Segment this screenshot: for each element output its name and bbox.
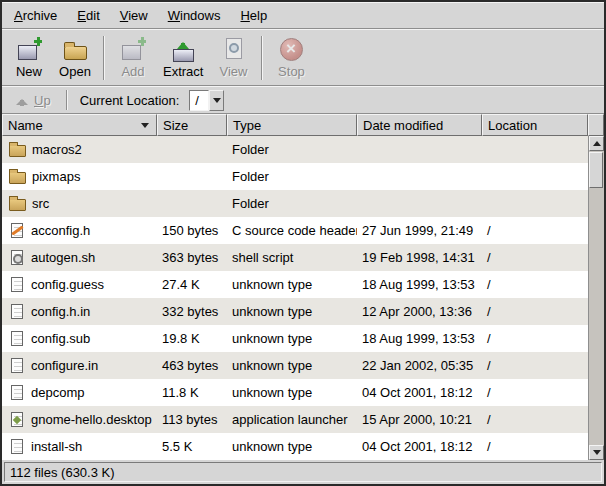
file-location: / <box>482 331 588 346</box>
file-type: Folder <box>227 142 357 157</box>
file-type: Folder <box>227 169 357 184</box>
view-button[interactable]: View <box>210 33 256 82</box>
new-button[interactable]: New <box>6 33 52 82</box>
column-header-name[interactable]: Name <box>2 114 157 136</box>
scrollbar-trough[interactable] <box>589 151 604 445</box>
file-type: unknown type <box>227 331 357 346</box>
open-archive-icon <box>62 36 88 62</box>
scrollbar-thumb[interactable] <box>589 152 603 188</box>
file-row[interactable]: macros2 Folder <box>2 136 588 163</box>
column-header-location[interactable]: Location <box>482 114 588 136</box>
extract-button[interactable]: Extract <box>156 33 210 82</box>
text-file-icon <box>11 439 23 454</box>
file-size: 150 bytes <box>157 223 227 238</box>
location-separator <box>66 90 68 110</box>
view-button-label: View <box>219 64 247 79</box>
add-button-label: Add <box>121 64 144 79</box>
toolbar-separator <box>261 36 263 80</box>
menu-windows-label: W <box>168 8 180 23</box>
location-combo-value: / <box>189 90 209 111</box>
file-location: / <box>482 385 588 400</box>
text-file-icon <box>11 304 23 319</box>
menu-archive-label: A <box>14 8 23 23</box>
file-name: pixmaps <box>32 169 80 184</box>
file-size: 27.4 K <box>157 277 227 292</box>
open-button-label: Open <box>59 64 91 79</box>
menu-edit[interactable]: Edit <box>67 3 109 28</box>
menu-view-label: V <box>120 8 128 23</box>
up-button[interactable]: Up <box>6 90 60 111</box>
location-combo-button[interactable] <box>209 90 224 111</box>
column-header-type[interactable]: Type <box>227 114 357 136</box>
stop-button-label: Stop <box>278 64 305 79</box>
open-button[interactable]: Open <box>52 33 98 82</box>
column-header-date-modified[interactable]: Date modified <box>357 114 482 136</box>
folder-icon <box>9 172 26 184</box>
text-file-icon <box>11 277 23 292</box>
text-file-icon <box>11 331 23 346</box>
folder-icon <box>9 145 26 157</box>
file-row[interactable]: configure.in 463 bytes unknown type 22 J… <box>2 352 588 379</box>
status-text: 112 files (630.3 K) <box>10 465 115 480</box>
file-date: 18 Aug 1999, 13:53 <box>357 331 482 346</box>
file-size: 363 bytes <box>157 250 227 265</box>
stop-button[interactable]: Stop <box>268 33 314 82</box>
folder-icon <box>9 199 26 211</box>
file-row[interactable]: gnome-hello.desktop 113 bytes applicatio… <box>2 406 588 433</box>
file-row[interactable]: acconfig.h 150 bytes C source code heade… <box>2 217 588 244</box>
menu-view[interactable]: View <box>110 3 158 28</box>
file-name: config.h.in <box>31 304 90 319</box>
location-combo[interactable]: / <box>189 90 224 111</box>
menu-windows[interactable]: Windows <box>158 3 231 28</box>
status-bar: 112 files (630.3 K) <box>2 460 604 484</box>
text-file-icon <box>11 358 23 373</box>
file-name: macros2 <box>32 142 82 157</box>
file-row[interactable]: config.guess 27.4 K unknown type 18 Aug … <box>2 271 588 298</box>
launcher-file-icon <box>11 412 23 427</box>
file-type: unknown type <box>227 304 357 319</box>
file-date: 27 Jun 1999, 21:49 <box>357 223 482 238</box>
menu-help-label: H <box>240 8 249 23</box>
up-button-label: Up <box>34 93 51 108</box>
sort-indicator[interactable] <box>139 118 151 132</box>
file-type: shell script <box>227 250 357 265</box>
menu-archive[interactable]: Archive <box>4 3 67 28</box>
column-header-size[interactable]: Size <box>157 114 227 136</box>
file-row[interactable]: config.sub 19.8 K unknown type 18 Aug 19… <box>2 325 588 352</box>
scroll-up-button[interactable] <box>589 136 604 151</box>
file-row[interactable]: pixmaps Folder <box>2 163 588 190</box>
sort-down-icon <box>141 123 149 132</box>
view-file-icon <box>220 36 246 62</box>
file-date: 04 Oct 2001, 18:12 <box>357 439 482 454</box>
file-date: 18 Aug 1999, 13:53 <box>357 277 482 292</box>
scroll-up-icon <box>593 137 601 146</box>
file-type: application launcher <box>227 412 357 427</box>
file-row[interactable]: config.h.in 332 bytes unknown type 12 Ap… <box>2 298 588 325</box>
file-name: src <box>32 196 49 211</box>
extract-icon <box>170 36 196 62</box>
location-bar: Up Current Location: / <box>2 86 604 114</box>
file-row[interactable]: src Folder <box>2 190 588 217</box>
file-name: config.sub <box>31 331 90 346</box>
file-type: unknown type <box>227 358 357 373</box>
file-row[interactable]: depcomp 11.8 K unknown type 04 Oct 2001,… <box>2 379 588 406</box>
vertical-scrollbar[interactable] <box>588 136 604 460</box>
menu-help[interactable]: Help <box>230 3 277 28</box>
add-button[interactable]: Add <box>110 33 156 82</box>
file-location: / <box>482 250 588 265</box>
file-row[interactable]: install-sh 5.5 K unknown type 04 Oct 200… <box>2 433 588 460</box>
file-size: 332 bytes <box>157 304 227 319</box>
column-header-name-label: Name <box>8 118 43 133</box>
file-size: 19.8 K <box>157 331 227 346</box>
add-files-icon <box>120 36 146 62</box>
file-location: / <box>482 223 588 238</box>
file-date: 22 Jan 2002, 05:35 <box>357 358 482 373</box>
chevron-down-icon <box>213 98 221 107</box>
file-name: depcomp <box>31 385 84 400</box>
header-corner <box>588 114 604 136</box>
file-row[interactable]: autogen.sh 363 bytes shell script 19 Feb… <box>2 244 588 271</box>
script-file-icon <box>11 250 23 265</box>
new-button-label: New <box>16 64 42 79</box>
scroll-down-button[interactable] <box>589 445 604 460</box>
menu-edit-label: E <box>77 8 86 23</box>
